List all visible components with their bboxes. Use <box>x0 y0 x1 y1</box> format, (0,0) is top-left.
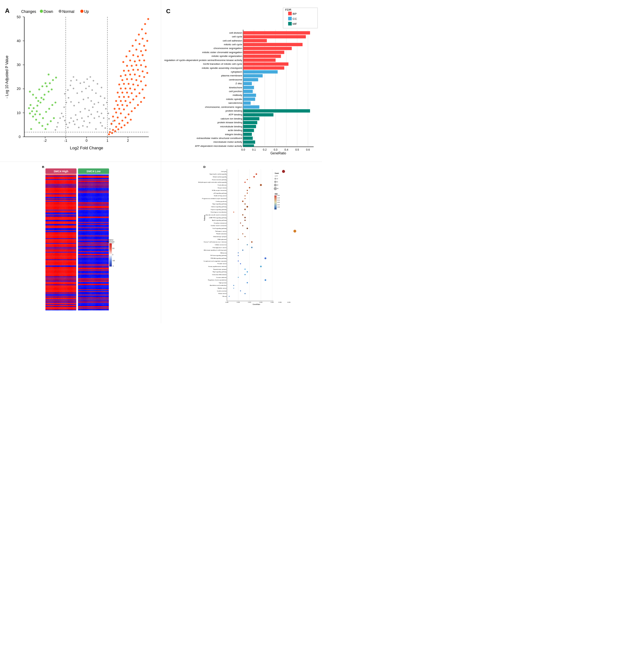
svg-rect-13709 <box>98 265 98 266</box>
svg-rect-14473 <box>74 271 74 271</box>
svg-rect-12720 <box>104 259 105 259</box>
svg-rect-10251 <box>60 242 61 243</box>
svg-rect-2572 <box>73 190 74 191</box>
svg-rect-6420 <box>104 216 105 216</box>
svg-rect-18713 <box>100 299 101 300</box>
svg-rect-6307 <box>96 215 97 216</box>
svg-rect-14494 <box>89 271 89 271</box>
svg-rect-7591 <box>87 224 87 224</box>
svg-rect-13498 <box>91 264 91 265</box>
svg-rect-8219 <box>104 228 104 228</box>
svg-rect-8654 <box>62 231 63 232</box>
svg-rect-4075 <box>75 200 76 201</box>
svg-rect-7332 <box>49 223 49 223</box>
svg-rect-8420 <box>104 229 105 230</box>
svg-rect-8831 <box>48 233 49 233</box>
svg-rect-1561 <box>66 183 67 184</box>
svg-rect-17226 <box>108 289 109 290</box>
svg-rect-17934 <box>50 295 50 295</box>
svg-rect-1870 <box>72 185 73 186</box>
svg-rect-14605 <box>95 271 96 272</box>
svg-rect-3394 <box>89 196 89 196</box>
svg-rect-1769 <box>71 185 72 185</box>
svg-rect-8282 <box>81 228 82 229</box>
svg-rect-8966 <box>69 233 70 234</box>
svg-rect-11102 <box>93 248 94 248</box>
svg-rect-9257 <box>64 235 64 236</box>
svg-rect-17693 <box>88 292 89 293</box>
svg-rect-3065 <box>69 193 69 194</box>
svg-point-20268 <box>247 282 248 283</box>
svg-rect-9348 <box>59 236 59 237</box>
svg-rect-2945 <box>57 193 57 193</box>
svg-rect-18591 <box>87 299 87 299</box>
svg-rect-15703 <box>94 279 94 280</box>
svg-rect-12430 <box>48 257 48 258</box>
svg-rect-9622 <box>105 237 106 238</box>
svg-rect-9000 <box>92 233 93 234</box>
svg-rect-2719 <box>104 191 104 191</box>
svg-rect-11977 <box>78 254 79 254</box>
svg-rect-4816 <box>102 205 103 206</box>
svg-rect-16573 <box>74 285 74 286</box>
svg-rect-2108 <box>97 187 98 187</box>
svg-rect-15659 <box>65 279 66 280</box>
svg-rect-2107 <box>96 187 97 187</box>
svg-rect-11527 <box>46 251 46 252</box>
svg-rect-7212 <box>100 221 100 222</box>
svg-rect-12947 <box>58 261 59 261</box>
svg-rect-11199 <box>91 248 92 249</box>
svg-rect-8786 <box>84 232 84 233</box>
svg-rect-19290 <box>86 303 87 304</box>
svg-rect-2171 <box>73 188 73 188</box>
svg-rect-17388 <box>85 290 85 291</box>
svg-rect-15695 <box>89 279 90 280</box>
svg-rect-5985 <box>83 213 84 214</box>
svg-rect-1116 <box>102 180 103 181</box>
svg-rect-10148 <box>59 241 59 242</box>
svg-rect-8170 <box>72 228 73 228</box>
svg-rect-7035 <box>50 220 51 221</box>
svg-rect-10314 <box>101 242 101 243</box>
svg-rect-16671 <box>73 286 73 286</box>
svg-rect-15404 <box>94 277 95 278</box>
svg-rect-10501 <box>93 244 93 244</box>
svg-rect-3593 <box>88 197 89 198</box>
svg-rect-16682 <box>81 286 82 286</box>
svg-rect-19123 <box>106 302 107 303</box>
svg-rect-8772 <box>73 232 74 233</box>
svg-rect-2425 <box>107 189 108 189</box>
svg-rect-18997 <box>90 301 91 302</box>
svg-rect-759 <box>65 177 66 178</box>
svg-rect-3200 <box>92 194 93 195</box>
svg-rect-18665 <box>69 299 69 300</box>
svg-rect-13186 <box>84 262 84 263</box>
svg-rect-3894 <box>89 199 89 199</box>
svg-rect-13742 <box>55 266 55 267</box>
svg-rect-4554 <box>62 203 63 204</box>
svg-rect-3023 <box>106 193 107 193</box>
svg-rect-12879 <box>79 260 80 261</box>
svg-rect-9784 <box>82 239 83 239</box>
svg-rect-2035 <box>50 187 51 187</box>
svg-rect-19064 <box>68 302 69 303</box>
svg-rect-7546 <box>57 224 58 224</box>
svg-rect-5494 <box>89 210 89 210</box>
svg-rect-12873 <box>74 260 74 261</box>
svg-rect-14974 <box>74 274 75 275</box>
svg-rect-6049 <box>59 214 60 214</box>
svg-rect-8477 <box>78 230 79 231</box>
svg-rect-10280 <box>80 242 80 243</box>
svg-rect-3323 <box>106 195 107 195</box>
svg-rect-10489 <box>85 244 86 244</box>
svg-rect-1454 <box>62 182 63 183</box>
svg-rect-515 <box>101 176 102 176</box>
svg-rect-466 <box>69 176 70 176</box>
svg-rect-16438 <box>52 284 53 285</box>
svg-rect-9518 <box>103 237 104 237</box>
svg-rect-17532 <box>49 292 49 292</box>
svg-rect-18492 <box>87 298 88 299</box>
svg-rect-7698 <box>91 224 91 225</box>
svg-rect-15434 <box>50 278 50 278</box>
svg-rect-6232 <box>49 215 49 216</box>
